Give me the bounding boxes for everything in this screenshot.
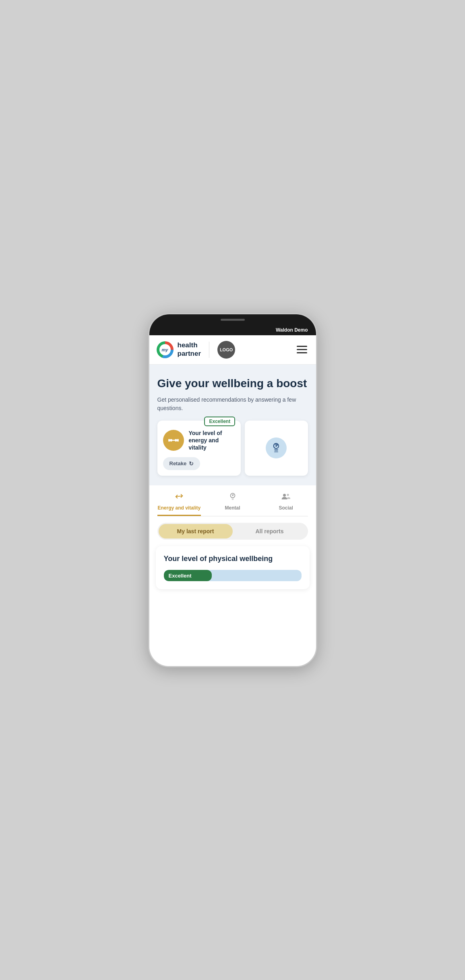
phone-notch (149, 314, 316, 326)
status-bar: Waldon Demo (149, 326, 316, 335)
svg-point-15 (283, 494, 286, 497)
all-reports-button[interactable]: All reports (233, 524, 307, 538)
progress-bar-fill: Excellent (164, 570, 212, 581)
wellbeing-card: Your level of physical wellbeing Excelle… (156, 546, 310, 589)
card-content: Your level of energy and vitality (163, 429, 236, 452)
hamburger-line-3 (297, 352, 307, 353)
tabs-row: Energy and vitality Mental (157, 492, 308, 516)
logo-inner-text: my (159, 344, 171, 355)
card-label: Your level of energy and vitality (189, 429, 236, 452)
dumbbell-icon (168, 435, 179, 446)
social-tab-icon (281, 492, 291, 501)
svg-rect-6 (175, 439, 177, 442)
phone-screen: my health partner LOGO Give your wellbei… (149, 335, 316, 666)
hamburger-menu[interactable] (295, 344, 309, 355)
tab-social-label: Social (279, 505, 293, 511)
retake-button[interactable]: Retake ↻ (163, 457, 200, 470)
tabs-section: Energy and vitality Mental (149, 485, 316, 516)
progress-bar-container: Excellent (164, 570, 302, 581)
partner-logo: LOGO (217, 341, 235, 359)
svg-rect-5 (170, 439, 172, 442)
svg-rect-3 (177, 439, 179, 442)
energy-card: Excellent (157, 421, 241, 476)
notch-pill (221, 319, 245, 321)
svg-rect-1 (168, 439, 170, 442)
cards-row: Excellent (157, 421, 308, 476)
tab-mental-icon (228, 492, 237, 503)
tab-social[interactable]: Social (264, 492, 308, 516)
mental-tab-icon (228, 492, 237, 501)
retake-label: Retake (169, 460, 187, 466)
status-bar-text: Waldon Demo (276, 327, 308, 333)
app-logo-icon: my (157, 341, 174, 358)
hero-subtitle: Get personalised recommendations by answ… (157, 396, 308, 413)
hamburger-line-1 (297, 346, 307, 347)
mental-card[interactable] (245, 421, 308, 476)
logo-line1: health (178, 341, 198, 349)
hero-section: Give your wellbeing a boost Get personal… (149, 365, 316, 485)
tab-energy-icon (175, 492, 184, 503)
app-logo-text: health partner (178, 341, 201, 358)
brain-gear-icon (270, 442, 282, 454)
partner-logo-text: LOGO (220, 347, 233, 352)
wellbeing-title: Your level of physical wellbeing (164, 554, 302, 563)
app-header: my health partner LOGO (149, 335, 316, 365)
phone-frame: Waldon Demo my health partner LOGO (148, 313, 317, 667)
brain-icon-circle (266, 437, 287, 458)
tab-mental[interactable]: Mental (211, 492, 254, 516)
card-badge: Excellent (204, 417, 235, 426)
report-toggle-section: My last report All reports (149, 516, 316, 546)
my-last-report-button[interactable]: My last report (159, 524, 233, 538)
svg-point-14 (233, 494, 234, 495)
tab-mental-label: Mental (225, 505, 240, 511)
retake-icon: ↻ (189, 460, 194, 467)
progress-label: Excellent (169, 573, 192, 579)
report-toggle: My last report All reports (157, 523, 308, 540)
tab-energy[interactable]: Energy and vitality (157, 492, 201, 516)
hero-title: Give your wellbeing a boost (157, 377, 308, 390)
side-button-1 (316, 395, 317, 419)
energy-icon-circle (163, 430, 184, 451)
svg-point-16 (287, 494, 289, 496)
side-button-2 (316, 427, 317, 451)
tab-social-icon (281, 492, 291, 503)
logo-section: my health partner LOGO (157, 341, 236, 359)
logo-line2: partner (178, 350, 201, 357)
header-divider (209, 342, 209, 358)
energy-tab-icon (175, 492, 184, 501)
svg-rect-10 (274, 449, 278, 450)
hamburger-line-2 (297, 349, 307, 350)
tab-energy-label: Energy and vitality (157, 505, 200, 511)
